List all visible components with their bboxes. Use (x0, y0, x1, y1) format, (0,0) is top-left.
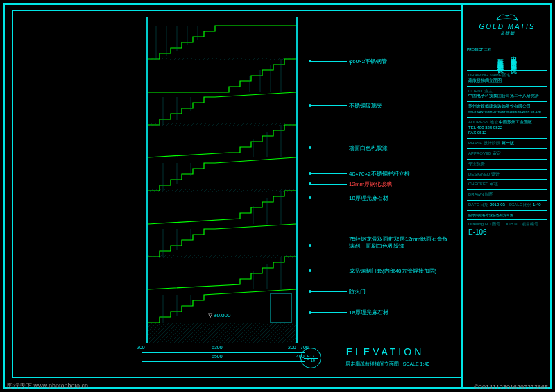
stair-section-drawing (146, 17, 298, 343)
annotation-8: 成品钢制门套(内部40方管焊接加固) (309, 267, 436, 275)
svg-rect-33 (148, 323, 296, 343)
dimension-block: 200 6300 200 700 6500 400 (142, 347, 305, 368)
watermark-left: 图行天下 www.photophoto.cn (7, 382, 88, 391)
annotation-1: φ60×2不锈钢管 (309, 58, 387, 65)
detail-bubble: E17F-19 (300, 348, 321, 368)
company-logo: GOLD MATIS 金螳螂 (467, 6, 547, 41)
level-marker-ground: ±0.000 (208, 312, 230, 318)
elevation-title-block: E17F-19 ELEVATION 一层走廊疏散楼梯间立面图 SCALE 1:4… (330, 346, 441, 368)
svg-rect-36 (148, 189, 296, 192)
annotation-10: 18厚理光麻石材 (309, 309, 388, 316)
svg-rect-35 (148, 123, 296, 126)
svg-rect-0 (146, 17, 148, 343)
annotation-4: 40×70×2不锈钢栏杆立柱 (309, 170, 410, 178)
annotation-2: 不锈钢玻璃夹 (309, 102, 382, 110)
svg-rect-37 (148, 255, 296, 258)
svg-rect-34 (148, 58, 296, 60)
annotation-7: 75轻钢龙骨双面封双层12mm纸面石膏板 满刮、面刷白色乳胶漆 (309, 236, 453, 249)
elevation-title: ELEVATION (330, 346, 441, 359)
annotation-5: 12mm厚钢化玻璃 (309, 180, 392, 188)
annotation-3: 墙面白色乳胶漆 (309, 144, 388, 152)
annotation-9: 防火门 (309, 288, 366, 296)
svg-rect-32 (271, 293, 291, 323)
watermark-right: ©20141123016297233665 (474, 384, 548, 391)
titleblock: GOLD MATIS 金螳螂 PROJECT 工程 科研大楼主楼室内装饰工程设计… (461, 3, 552, 389)
annotation-6: 18厚理光麻石材 (309, 194, 388, 202)
svg-rect-1 (296, 17, 298, 343)
